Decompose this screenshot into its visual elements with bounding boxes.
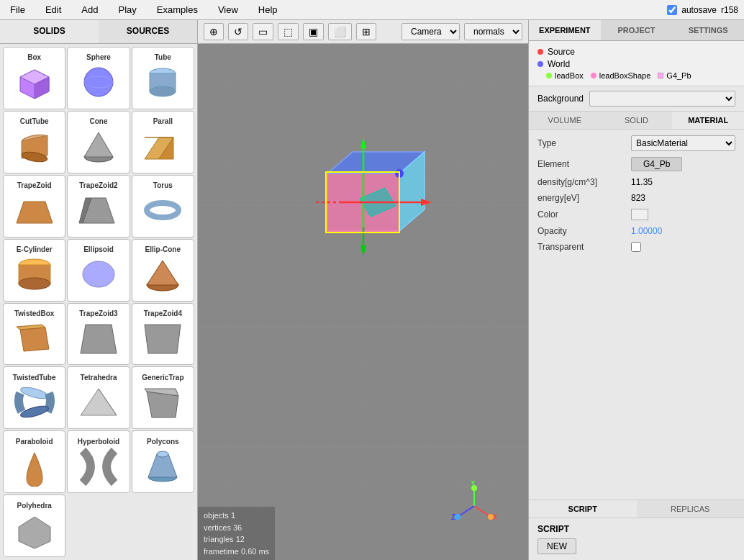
- type-row: Type BasicMaterial: [537, 135, 735, 151]
- solid-box[interactable]: Box: [3, 47, 65, 109]
- solid-tetrahedra[interactable]: Tetrahedra: [67, 366, 130, 429]
- grid-btn[interactable]: ⊞: [356, 23, 376, 40]
- objects-count: objects 1: [204, 510, 269, 522]
- center-toolbar: ⊕ ↺ ▭ ⬚ ▣ ⬜ ⊞ Camera normals: [198, 20, 528, 44]
- triangles-count: triangles 12: [204, 533, 269, 546]
- solid-ecylinder[interactable]: E-Cylinder: [3, 239, 65, 302]
- menu-edit[interactable]: Edit: [41, 3, 65, 17]
- svg-marker-25: [147, 261, 178, 285]
- svg-point-31: [19, 404, 50, 420]
- solid-tube[interactable]: Tube: [132, 47, 194, 109]
- vertices-count: vertices 36: [204, 522, 269, 534]
- leadbox-item: leadBox: [546, 71, 584, 80]
- svg-marker-68: [421, 199, 432, 206]
- menubar: File Edit Add Play Examples View Help au…: [0, 0, 744, 20]
- solid-trapezoid2[interactable]: TrapeZoid2: [67, 175, 130, 238]
- tab-sources[interactable]: SOURCES: [99, 20, 197, 43]
- solid-paraboloid[interactable]: Paraboloid: [3, 430, 65, 493]
- svg-point-7: [150, 86, 176, 96]
- properties-panel: Type BasicMaterial Element G4_Pb density…: [529, 130, 744, 500]
- svg-marker-32: [81, 389, 117, 415]
- transparent-label: Transparent: [537, 242, 631, 252]
- svg-point-81: [471, 485, 477, 491]
- transparent-checkbox[interactable]: [631, 242, 641, 252]
- tab-replicas[interactable]: REPLICAS: [637, 500, 745, 518]
- script-area: SCRIPT NEW: [529, 518, 744, 560]
- transparent-row: Transparent: [537, 242, 735, 252]
- menu-help[interactable]: Help: [254, 3, 282, 17]
- frametime-count: frametime 0.60 ms: [204, 546, 269, 558]
- canvas-area[interactable]: X Y Z objects 1 vertices 36 triangles 12…: [198, 44, 528, 560]
- tab-solids[interactable]: SOLIDS: [0, 20, 99, 43]
- solid-torus[interactable]: Torus: [132, 175, 194, 238]
- tab-material[interactable]: MATERIAL: [672, 112, 744, 129]
- solid-cuttube[interactable]: CutTube: [3, 111, 65, 173]
- move-tool-btn[interactable]: ⊕: [204, 23, 224, 40]
- g4pb-item: G4_Pb: [658, 71, 691, 80]
- solid-polyhedra[interactable]: Polyhedra: [3, 494, 65, 557]
- menu-examples[interactable]: Examples: [153, 3, 202, 17]
- menu-view[interactable]: View: [214, 3, 242, 17]
- left-panel: SOLIDS SOURCES Box Sphere Tube: [0, 20, 198, 560]
- element-button[interactable]: G4_Pb: [631, 157, 682, 171]
- box-select-btn[interactable]: ▭: [253, 23, 273, 40]
- solid-twistedtube[interactable]: TwistedTube: [3, 366, 65, 429]
- opacity-value[interactable]: 1.00000: [631, 226, 735, 236]
- side-view-btn[interactable]: ▣: [303, 23, 324, 40]
- source-label: Source: [548, 47, 575, 57]
- color-swatch[interactable]: [631, 209, 648, 220]
- solid-hyperboloid[interactable]: Hyperboloid: [67, 430, 130, 493]
- tab-experiment[interactable]: EXPERIMENT: [529, 20, 601, 40]
- svg-point-38: [157, 451, 168, 457]
- leadboxshape-dot: [591, 73, 596, 78]
- menu-add[interactable]: Add: [77, 3, 102, 17]
- solid-polycons[interactable]: Polycons: [132, 430, 194, 493]
- tab-settings[interactable]: SETTINGS: [672, 20, 744, 40]
- solid-generictrap[interactable]: GenericTrap: [132, 366, 194, 429]
- svg-marker-16: [17, 202, 53, 223]
- autosave-label: autosave: [681, 5, 717, 15]
- solid-parall[interactable]: Parall: [132, 111, 194, 173]
- type-select[interactable]: BasicMaterial: [631, 135, 735, 151]
- svg-point-82: [455, 514, 461, 520]
- left-tab-bar: SOLIDS SOURCES: [0, 20, 197, 44]
- density-row: density[g/cm^3] 11.35: [537, 177, 735, 187]
- world-dot: [537, 61, 543, 67]
- energy-value: 823: [631, 193, 735, 203]
- autosave-checkbox[interactable]: [667, 5, 677, 15]
- color-row: Color: [537, 209, 735, 220]
- legend: Source World leadBox leadBoxShape G4_Pb: [529, 41, 744, 86]
- solid-cone[interactable]: Cone: [67, 111, 130, 173]
- svg-point-19: [147, 203, 178, 217]
- solid-sphere[interactable]: Sphere: [67, 47, 130, 109]
- svg-marker-26: [20, 328, 49, 351]
- color-label: Color: [537, 209, 631, 220]
- svg-marker-29: [145, 325, 181, 353]
- solid-ellipcone[interactable]: Ellip-Cone: [132, 239, 194, 302]
- tab-script[interactable]: SCRIPT: [529, 500, 637, 518]
- right-panel: EXPERIMENT PROJECT SETTINGS Source World…: [528, 20, 744, 560]
- leadbox-dot: [546, 73, 552, 78]
- solid-twistedbox[interactable]: TwistedBox: [3, 303, 65, 366]
- solid-ellipsoid[interactable]: Ellipsoid: [67, 239, 130, 302]
- element-label: Element: [537, 159, 631, 169]
- top-view-btn[interactable]: ⬜: [328, 23, 352, 40]
- solid-trapezoid3[interactable]: TrapeZoid3: [67, 303, 130, 366]
- menu-file[interactable]: File: [6, 3, 30, 17]
- camera-dropdown[interactable]: Camera: [402, 23, 460, 40]
- tab-project[interactable]: PROJECT: [601, 20, 673, 40]
- front-view-btn[interactable]: ⬚: [278, 23, 299, 40]
- revision-label: r158: [721, 5, 738, 15]
- tab-solid[interactable]: SOLID: [601, 112, 673, 129]
- new-script-button[interactable]: NEW: [537, 538, 576, 554]
- background-select[interactable]: [589, 91, 735, 107]
- menu-play[interactable]: Play: [114, 3, 141, 17]
- rotate-tool-btn[interactable]: ↺: [228, 23, 248, 40]
- svg-point-22: [19, 278, 50, 289]
- solid-trapezoid[interactable]: TrapeZoid: [3, 175, 65, 238]
- tab-volume[interactable]: VOLUME: [529, 112, 601, 129]
- svg-line-78: [458, 506, 474, 517]
- normals-dropdown[interactable]: normals: [464, 23, 522, 40]
- svg-point-3: [84, 68, 113, 96]
- solid-trapezoid4[interactable]: TrapeZoid4: [132, 303, 194, 366]
